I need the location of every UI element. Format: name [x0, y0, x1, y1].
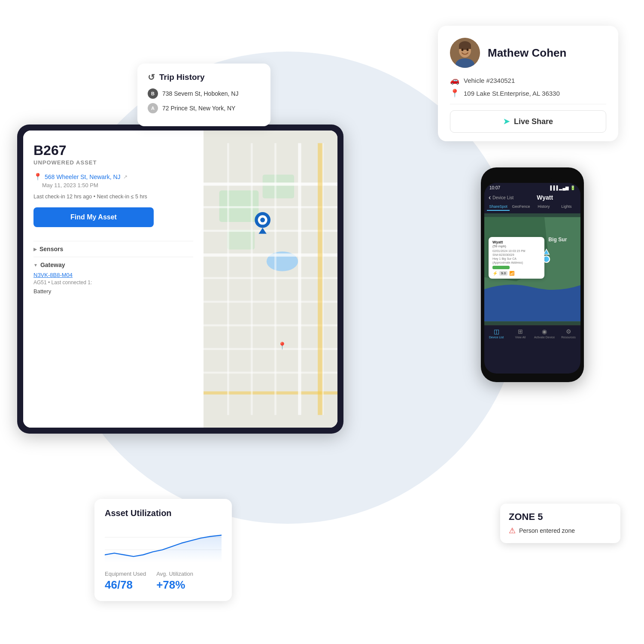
svg-rect-15: [204, 253, 337, 256]
live-share-button[interactable]: ➤ Live Share: [450, 110, 606, 133]
popup-speed: (59 mph): [492, 244, 541, 248]
vehicle-icon: 🚗: [450, 76, 459, 85]
device-list-icon: ◫: [494, 328, 499, 335]
bottom-view-all[interactable]: ⊞ View All: [508, 328, 532, 339]
tablet: ··· B267 UNPOWERED ASSET 📍 568 Wheeler S…: [17, 125, 343, 434]
svg-rect-12: [204, 182, 337, 185]
signal-value: 9.0: [499, 271, 507, 276]
trip-stop-b: B 738 Severn St, Hoboken, NJ: [148, 88, 260, 99]
profile-header: Mathew Cohen: [450, 38, 606, 68]
tablet-map-panel: 📍: [204, 131, 337, 428]
utilization-chart: [105, 524, 222, 563]
svg-rect-9: [227, 230, 255, 249]
gateway-section-header[interactable]: ▼ Gateway: [33, 261, 193, 268]
utilization-title: Asset Utilization: [105, 508, 222, 518]
tablet-left-panel: ··· B267 UNPOWERED ASSET 📍 568 Wheeler S…: [23, 131, 204, 428]
phone-tabs: ShareSpot GeoFence History Lights: [484, 203, 580, 213]
view-all-icon: ⊞: [518, 328, 523, 335]
sensors-section-header[interactable]: ▶ Sensors: [33, 246, 193, 252]
trip-history-title: ↺ Trip History: [148, 72, 260, 82]
phone-notch: [513, 172, 552, 181]
profile-divider: [450, 104, 606, 104]
asset-id: B267: [33, 143, 193, 158]
bottom-device-list-label: Device List: [489, 336, 504, 339]
svg-rect-14: [204, 230, 337, 232]
phone-map-area: Big Sur Wyatt (59 mph) 02/01/2024 10:03:…: [484, 213, 580, 325]
equipment-used-stat: Equipment Used 46/78: [105, 571, 146, 592]
phone-screen-title: Wyatt: [513, 194, 576, 201]
svg-text:Big Sur: Big Sur: [548, 237, 567, 243]
zone-alert-card: ZONE 5 ⚠ Person entered zone: [500, 504, 620, 543]
resources-icon: ⚙: [566, 328, 571, 335]
popup-battery-bar: [492, 266, 510, 269]
battery-label: Battery: [33, 288, 193, 295]
avg-utilization-value: +78%: [156, 578, 193, 592]
phone: 10:07 ▐▐▐ ▂▄▆ 🔋 ‹ Device List Wyatt Shar…: [481, 167, 584, 382]
asset-checkin: Last check-in 12 hrs ago • Next check-in…: [33, 194, 193, 200]
trip-stop-a: A 72 Prince St, New York, NY: [148, 103, 260, 113]
gateway-id[interactable]: N3VK-8B8-M04: [33, 272, 193, 278]
popup-sn: SN#:823030029: [492, 253, 541, 256]
profile-vehicle: Vehicle #2340521: [464, 77, 515, 84]
zone-alert-text: Person entered zone: [519, 527, 575, 534]
bottom-view-all-label: View All: [515, 336, 526, 339]
back-icon[interactable]: ‹: [489, 194, 491, 201]
asset-location-text: 568 Wheeler St, Newark, NJ: [45, 173, 121, 180]
bluetooth-icon: ⚡: [492, 271, 498, 276]
svg-rect-25: [298, 143, 301, 415]
divider-1: [33, 241, 193, 241]
tab-sharespot[interactable]: ShareSpot: [487, 203, 510, 211]
phone-status-icons: ▐▐▐ ▂▄▆ 🔋: [549, 185, 575, 190]
utilization-card: Asset Utilization Equipment Used 46/78 A…: [94, 499, 232, 601]
activate-icon: ◉: [542, 328, 547, 335]
svg-rect-23: [251, 143, 253, 415]
avg-utilization-stat: Avg. Utilization +78%: [156, 571, 193, 592]
sensors-arrow-icon: ▶: [33, 247, 37, 252]
find-my-asset-button[interactable]: Find My Asset: [33, 207, 154, 227]
zone-alert-row: ⚠ Person entered zone: [509, 526, 612, 535]
phone-info-popup: Wyatt (59 mph) 02/01/2024 10:03:15 PM SN…: [489, 237, 544, 279]
asset-type: UNPOWERED ASSET: [33, 159, 193, 166]
bottom-resources-label: Resources: [561, 336, 575, 339]
gateway-arrow-icon: ▼: [33, 263, 38, 267]
tab-geofence[interactable]: GeoFence: [510, 203, 532, 211]
profile-address: 109 Lake St.Enterprise, AL 36330: [464, 90, 560, 97]
stop-badge-a: A: [148, 103, 158, 113]
phone-screen: 10:07 ▐▐▐ ▂▄▆ 🔋 ‹ Device List Wyatt Shar…: [484, 183, 580, 374]
trip-history-icon: ↺: [148, 72, 155, 82]
avatar: [450, 38, 480, 68]
svg-text:📍: 📍: [278, 341, 287, 350]
device-list-label[interactable]: Device List: [492, 195, 513, 200]
profile-address-row: 📍 109 Lake St.Enterprise, AL 36330: [450, 88, 606, 98]
svg-point-30: [260, 218, 265, 222]
bottom-activate-label: Activate Device: [534, 336, 555, 339]
avg-utilization-label: Avg. Utilization: [156, 571, 193, 577]
svg-rect-21: [204, 392, 337, 395]
tablet-screen: ··· B267 UNPOWERED ASSET 📍 568 Wheeler S…: [23, 131, 337, 428]
tab-history[interactable]: History: [532, 203, 555, 211]
location-pin-icon: 📍: [33, 173, 42, 181]
tab-lights[interactable]: Lights: [555, 203, 578, 211]
signal-bar-icon: 📶: [509, 271, 514, 276]
location-icon: 📍: [450, 88, 459, 98]
popup-icons: ⚡ 9.0 📶: [492, 271, 541, 276]
svg-rect-27: [318, 143, 322, 415]
sensors-label: Sensors: [39, 246, 63, 252]
live-share-label: Live Share: [514, 117, 553, 126]
svg-point-5: [462, 49, 464, 51]
phone-statusbar: 10:07 ▐▐▐ ▂▄▆ 🔋: [484, 183, 580, 192]
bottom-resources[interactable]: ⚙ Resources: [556, 328, 580, 339]
bottom-activate-device[interactable]: ◉ Activate Device: [532, 328, 556, 339]
profile-card: Mathew Cohen 🚗 Vehicle #2340521 📍 109 La…: [438, 26, 618, 141]
equipment-used-label: Equipment Used: [105, 571, 146, 577]
alert-warning-icon: ⚠: [509, 526, 516, 535]
bottom-device-list[interactable]: ◫ Device List: [484, 328, 508, 339]
svg-rect-13: [204, 206, 337, 208]
live-share-icon: ➤: [503, 117, 510, 126]
svg-rect-20: [204, 372, 337, 374]
stop-badge-b: B: [148, 88, 158, 99]
popup-title: Wyatt: [492, 240, 541, 244]
external-link-icon: ↗: [123, 174, 128, 180]
asset-date: May 11, 2023 1:50 PM: [42, 182, 193, 188]
divider-2: [33, 257, 193, 257]
